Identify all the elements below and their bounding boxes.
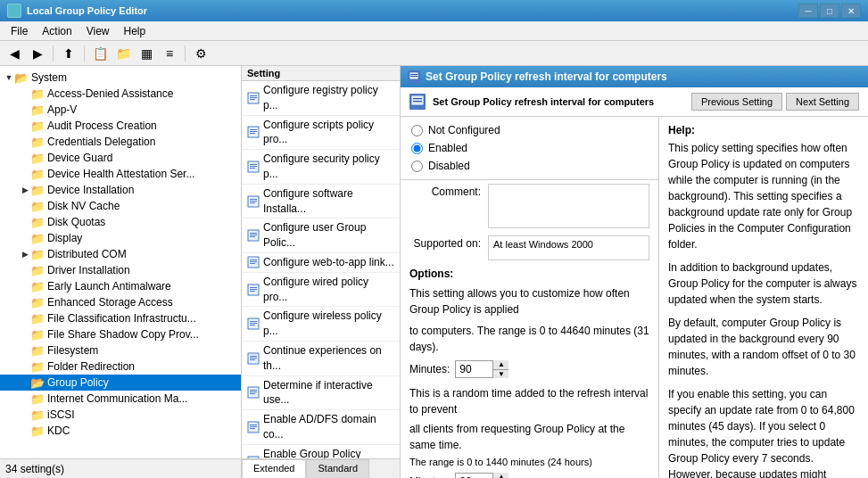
setting-label-7: Configure wired policy pro... — [263, 275, 394, 305]
supported-value: At least Windows 2000 — [488, 235, 649, 260]
tree-node-driver[interactable]: 📁 Driver Installation — [0, 262, 241, 278]
svg-rect-14 — [250, 201, 257, 202]
comment-textarea[interactable] — [488, 184, 649, 228]
expand-dcom[interactable]: ▶ — [20, 249, 30, 260]
tree-node-display[interactable]: 📁 Display — [0, 230, 241, 246]
spin-up-1[interactable]: ▲ — [493, 360, 508, 370]
tree-node-fci[interactable]: 📁 File Classification Infrastructu... — [0, 310, 241, 326]
setting-label-2: Configure scripts policy pro... — [263, 118, 394, 148]
svg-rect-5 — [250, 129, 257, 130]
setting-item-1[interactable]: Configure registry policy p... — [242, 81, 400, 116]
minutes-row-1: Minutes: ▲ ▼ — [409, 360, 649, 378]
radio-disabled[interactable] — [411, 161, 423, 172]
node-label-audit: Audit Process Creation — [47, 120, 157, 132]
folder-icon-audit: 📁 — [30, 120, 45, 133]
setting-item-7[interactable]: Configure wired policy pro... — [242, 273, 400, 308]
tab-standard[interactable]: Standard — [306, 459, 369, 478]
menu-action[interactable]: Action — [35, 23, 79, 39]
tree-node-disk-quota[interactable]: 📁 Disk Quotas — [0, 214, 241, 230]
setting-item-4[interactable]: Configure software Installa... — [242, 185, 400, 219]
filter-button[interactable]: ⚙ — [190, 44, 211, 63]
svg-rect-15 — [250, 202, 255, 203]
tree-node-group-policy[interactable]: 📂 Group Policy — [0, 375, 241, 391]
tree-node-device-health[interactable]: 📁 Device Health Attestation Ser... — [0, 166, 241, 182]
tree-node-system[interactable]: ▼ 📂 System — [0, 70, 241, 86]
setting-item-9[interactable]: Continue experiences on th... — [242, 342, 400, 376]
node-label-icm: Internet Communication Ma... — [47, 392, 187, 405]
dialog-title-icon — [408, 70, 420, 83]
setting-item-5[interactable]: Configure user Group Polic... — [242, 218, 400, 253]
tree-node-folder-redirect[interactable]: 📁 Folder Redirection — [0, 358, 241, 375]
node-label-device-health: Device Health Attestation Ser... — [47, 168, 194, 180]
tree-node-disk-nv[interactable]: 📁 Disk NV Cache — [0, 198, 241, 214]
back-button[interactable]: ◀ — [4, 44, 25, 63]
setting-item-11[interactable]: Enable AD/DFS domain co... — [242, 410, 400, 445]
tree-node-ela[interactable]: 📁 Early Launch Antimalware — [0, 278, 241, 294]
tree-node-esa[interactable]: 📁 Enhanced Storage Access — [0, 294, 241, 310]
next-setting-button[interactable]: Next Setting — [786, 93, 859, 111]
radio-not-configured[interactable] — [411, 125, 423, 136]
menu-help[interactable]: Help — [117, 23, 153, 39]
title-bar: Local Group Policy Editor ─ □ ✕ — [0, 0, 868, 21]
close-button[interactable]: ✕ — [841, 4, 861, 18]
setting-item-12[interactable]: Enable Group Policy Cachi... — [242, 445, 400, 458]
prev-next-bar: Previous Setting Next Setting — [691, 93, 859, 111]
svg-rect-19 — [250, 236, 255, 237]
setting-item-3[interactable]: Configure security policy p... — [242, 150, 400, 185]
settings-header: Setting — [242, 66, 400, 81]
node-label-device-guard: Device Guard — [47, 152, 112, 164]
tree-node-device-guard[interactable]: 📁 Device Guard — [0, 150, 241, 166]
tree-node-icm[interactable]: 📁 Internet Communication Ma... — [0, 391, 241, 407]
minimize-button[interactable]: ─ — [798, 4, 818, 18]
svg-rect-74 — [410, 74, 417, 75]
tree-node-appv[interactable]: 📁 App-V — [0, 102, 241, 118]
radio-enabled[interactable] — [411, 143, 423, 154]
minutes-input-wrap-1: ▲ ▼ — [455, 360, 508, 378]
tree-node-device-install[interactable]: ▶ 📁 Device Installation — [0, 182, 241, 198]
previous-setting-button[interactable]: Previous Setting — [691, 93, 782, 111]
tree-node-filesystem[interactable]: 📁 Filesystem — [0, 342, 241, 358]
node-label-disk-nv: Disk NV Cache — [47, 200, 120, 212]
supported-label: Supported on: — [409, 235, 481, 250]
tree-node-access-denied[interactable]: 📁 Access-Denied Assistance — [0, 86, 241, 102]
forward-button[interactable]: ▶ — [27, 44, 48, 63]
expand-device-install[interactable]: ▶ — [20, 185, 30, 195]
setting-label-12: Enable Group Policy Cachi... — [263, 447, 394, 458]
maximize-button[interactable]: □ — [820, 4, 839, 18]
tab-extended[interactable]: Extended — [242, 459, 306, 478]
range-note: The range is 0 to 1440 minutes (24 hours… — [409, 457, 649, 467]
svg-rect-6 — [250, 131, 257, 132]
folder-icon-dcom: 📁 — [30, 248, 45, 261]
tree-node-fssc[interactable]: 📁 File Share Shadow Copy Prov... — [0, 326, 241, 342]
svg-rect-23 — [250, 263, 255, 264]
setting-icon-1 — [247, 92, 260, 104]
tree-node-iscsi[interactable]: 📁 iSCSI — [0, 407, 241, 423]
folder-button[interactable]: 📁 — [112, 44, 134, 63]
spin-up-2[interactable]: ▲ — [493, 473, 508, 478]
spin-down-1[interactable]: ▼ — [493, 370, 508, 379]
tree-node-audit[interactable]: 📁 Audit Process Creation — [0, 118, 241, 134]
setting-item-10[interactable]: Determine if interactive use... — [242, 376, 400, 411]
menu-view[interactable]: View — [79, 23, 117, 39]
tree-node-credentials[interactable]: 📁 Credentials Delegation — [0, 134, 241, 150]
dialog-window-title: Set Group Policy refresh interval for co… — [426, 70, 667, 83]
up-button[interactable]: ⬆ — [58, 44, 79, 63]
setting-icon-8 — [247, 317, 260, 330]
menu-file[interactable]: File — [4, 23, 35, 39]
setting-label-8: Configure wireless policy p... — [263, 309, 394, 339]
setting-item-8[interactable]: Configure wireless policy p... — [242, 307, 400, 342]
node-label-system: System — [31, 71, 67, 84]
expand-system[interactable]: ▼ — [4, 72, 14, 83]
setting-item-6[interactable]: Configure web-to-app link... — [242, 253, 400, 273]
tree-node-kdc[interactable]: 📁 KDC — [0, 423, 241, 439]
options-desc-text-2: This is a random time added to the refre… — [409, 387, 648, 416]
setting-item-2[interactable]: Configure scripts policy pro... — [242, 116, 400, 151]
svg-rect-79 — [413, 101, 422, 102]
detail-button[interactable]: ≡ — [159, 44, 180, 63]
setting-label-6: Configure web-to-app link... — [263, 255, 394, 270]
node-label-iscsi: iSCSI — [47, 408, 75, 421]
list-button[interactable]: ▦ — [136, 44, 157, 63]
show-hide-button[interactable]: 📋 — [89, 44, 111, 63]
tree-node-dcom[interactable]: ▶ 📁 Distributed COM — [0, 246, 241, 262]
minutes-label-1: Minutes: — [409, 363, 450, 375]
